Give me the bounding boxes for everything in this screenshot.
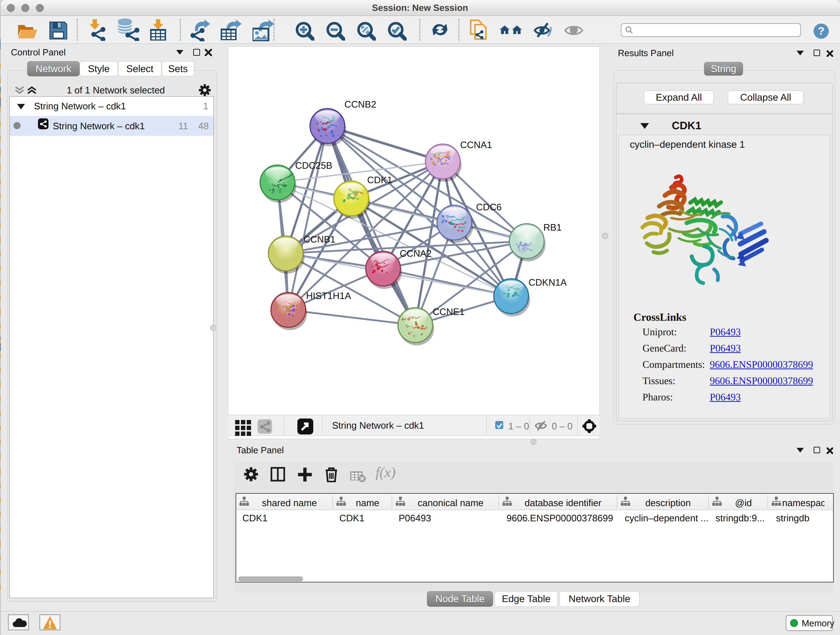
svg-text:CCNB2: CCNB2 — [344, 99, 376, 110]
svg-text:CDK1: CDK1 — [367, 174, 392, 185]
svg-text:RB1: RB1 — [543, 222, 562, 233]
svg-text:CDC6: CDC6 — [476, 202, 502, 212]
svg-text:CCNE1: CCNE1 — [433, 306, 464, 317]
svg-text:CCNB1: CCNB1 — [303, 234, 335, 245]
svg-text:?: ? — [818, 25, 824, 37]
svg-text:f(x): f(x) — [376, 465, 396, 480]
svg-text:CDC25B: CDC25B — [295, 160, 332, 171]
svg-text:CCNA1: CCNA1 — [460, 139, 492, 150]
svg-text:CDKN1A: CDKN1A — [529, 277, 567, 288]
svg-text:HIST1H1A: HIST1H1A — [306, 290, 351, 301]
svg-text:CCNA2: CCNA2 — [400, 248, 431, 259]
